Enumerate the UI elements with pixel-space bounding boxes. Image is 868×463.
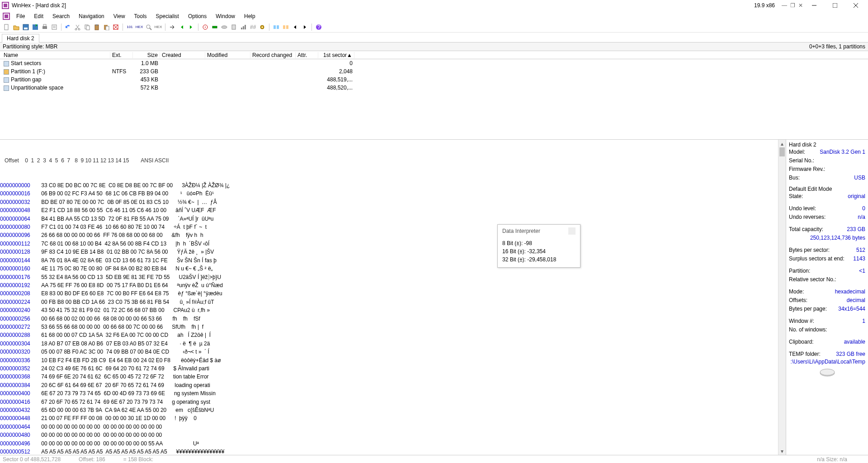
tab-hard-disk-2[interactable]: Hard disk 2 [2, 34, 39, 43]
position-icon[interactable] [201, 23, 209, 31]
col-created[interactable]: Created [160, 52, 205, 58]
disk-drive-icon [818, 369, 836, 378]
calculator-icon[interactable] [230, 23, 238, 31]
window-title: WinHex - [Hard disk 2] [12, 2, 66, 9]
col-modified[interactable]: Modified [205, 52, 250, 58]
menu-search[interactable]: Search [48, 12, 74, 21]
save-as-icon[interactable] [31, 23, 39, 31]
hex-scrollbar[interactable]: ▴ ▾ [778, 140, 786, 455]
svg-rect-4 [833, 3, 837, 8]
data-interpreter-close-icon[interactable] [568, 227, 576, 235]
col-sector[interactable]: 1st sector▲ [318, 52, 354, 58]
compare-icon[interactable] [272, 23, 280, 31]
data-interpreter-title: Data Interpreter [502, 228, 540, 234]
scroll-down-icon[interactable]: ▾ [778, 447, 786, 455]
menu-specialist[interactable]: Specialist [151, 12, 184, 21]
find-text-icon[interactable]: HEX [135, 23, 143, 31]
undo-icon[interactable] [64, 23, 72, 31]
find-icon[interactable] [145, 23, 153, 31]
svg-point-52 [820, 369, 835, 375]
copy-icon[interactable] [83, 23, 91, 31]
partition-table: Start sectors1.0 MB0Partition 1 (F:)NTFS… [0, 59, 868, 92]
menu-tools[interactable]: Tools [130, 12, 151, 21]
menu-navigation[interactable]: Navigation [74, 12, 109, 21]
col-ext[interactable]: Ext. [110, 52, 133, 58]
table-row[interactable]: Start sectors1.0 MB0 [0, 59, 868, 67]
clipboard-icon[interactable] [93, 23, 101, 31]
svg-rect-36 [212, 26, 217, 28]
properties-panel: Hard disk 2 Model:SanDisk 3.2 Gen 1 Seri… [786, 139, 868, 455]
table-row[interactable]: Partition gap453 KB488,519,... [0, 76, 868, 84]
paste-icon[interactable] [102, 23, 110, 31]
table-header: Name Ext. Size Created Modified Record c… [0, 51, 868, 59]
svg-point-32 [146, 25, 150, 28]
svg-rect-13 [33, 24, 38, 30]
table-row[interactable]: Partition 1 (F:)NTFS233 GB2,048 [0, 67, 868, 76]
svg-rect-38 [232, 25, 236, 29]
prev-diff-icon[interactable] [291, 23, 299, 31]
delete-icon[interactable] [112, 23, 120, 31]
save-icon[interactable] [22, 23, 30, 31]
svg-rect-45 [274, 25, 276, 29]
tab-strip: Hard disk 2 [0, 33, 868, 43]
child-minimize-button[interactable]: — [781, 2, 788, 9]
menu-view[interactable]: View [109, 12, 130, 21]
child-close-button[interactable]: ✕ [797, 2, 804, 9]
open-file-icon[interactable] [12, 23, 20, 31]
print-icon[interactable] [41, 23, 49, 31]
cut-icon[interactable] [74, 23, 82, 31]
scroll-thumb[interactable] [779, 147, 785, 156]
svg-rect-26 [96, 24, 98, 26]
menu-help[interactable]: Help [240, 12, 260, 21]
svg-rect-39 [241, 28, 242, 29]
child-restore-button[interactable]: ❐ [789, 2, 796, 9]
statusbar: Sector 0 of 488,521,728 Offset: 186 = 15… [0, 455, 868, 463]
app-menu-icon[interactable] [3, 13, 10, 20]
new-file-icon[interactable] [3, 23, 11, 31]
svg-rect-12 [24, 28, 28, 29]
find-again-icon[interactable]: HEX [154, 23, 162, 31]
svg-point-37 [222, 26, 227, 28]
svg-rect-16 [52, 25, 57, 29]
hex-editor[interactable]: Offset 0 1 2 3 4 5 6 7 8 9 10 11 12 13 1… [0, 140, 778, 455]
svg-line-33 [150, 28, 151, 30]
next-diff-icon[interactable] [301, 23, 309, 31]
menu-edit[interactable]: Edit [29, 12, 48, 21]
minimize-button[interactable] [804, 0, 825, 11]
maximize-button[interactable] [825, 0, 845, 11]
ram-icon[interactable] [211, 23, 219, 31]
svg-rect-40 [243, 26, 244, 29]
svg-rect-15 [43, 24, 46, 26]
data-interpreter-window[interactable]: Data Interpreter 8 Bit (±): -9816 Bit (±… [497, 224, 580, 268]
help-icon[interactable]: ? [315, 23, 323, 31]
svg-point-44 [262, 26, 263, 28]
goto-icon[interactable] [168, 23, 176, 31]
svg-rect-28 [106, 26, 109, 30]
svg-rect-47 [283, 25, 285, 29]
analyze-icon[interactable] [239, 23, 247, 31]
close-button[interactable] [845, 0, 866, 11]
col-attr[interactable]: Attr. [296, 52, 318, 58]
menu-window[interactable]: Window [211, 12, 240, 21]
menu-file[interactable]: File [12, 12, 29, 21]
properties-icon[interactable] [50, 23, 58, 31]
find-hex-icon[interactable]: 101 [126, 23, 134, 31]
svg-rect-24 [86, 26, 90, 30]
col-name[interactable]: Name [2, 52, 110, 58]
scroll-up-icon[interactable]: ▴ [778, 140, 786, 147]
svg-text:?: ? [317, 24, 321, 30]
svg-rect-46 [277, 25, 279, 29]
col-size[interactable]: Size [133, 52, 160, 58]
back-icon[interactable] [178, 23, 186, 31]
gear-icon[interactable] [258, 23, 266, 31]
disk-icon[interactable] [220, 23, 228, 31]
sync-icon[interactable] [282, 23, 290, 31]
forward-icon[interactable] [187, 23, 195, 31]
table-row[interactable]: Unpartitionable space572 KB488,520,... [0, 84, 868, 92]
menu-options[interactable]: Options [184, 12, 211, 21]
svg-rect-2 [4, 4, 7, 7]
col-record[interactable]: Record changed [250, 52, 296, 58]
status-sector: Sector 0 of 488,521,728 [3, 456, 61, 463]
hash-icon[interactable]: ## [249, 23, 257, 31]
svg-rect-41 [245, 25, 246, 29]
